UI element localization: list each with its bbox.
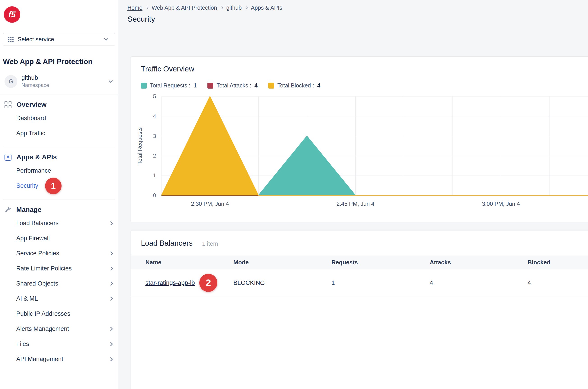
breadcrumb-item-apps-apis: Apps & APIs [251,4,282,11]
sidebar-item-label: Performance [16,167,51,174]
breadcrumb: Home Web App & API Protection github App… [127,4,588,11]
sidebar-item-label: API Management [16,356,63,363]
chart-plot-area [162,97,588,196]
chevron-right-icon [109,266,113,270]
load-balancers-count: 1 item [202,240,218,247]
traffic-overview-card: Traffic Overview Total Requests : 1 Tota… [131,56,588,222]
load-balancers-header: Load Balancers 1 item [141,239,588,247]
sidebar-item-label: Load Balancers [16,220,59,227]
legend-total-blocked[interactable]: Total Blocked : 4 [268,82,320,89]
y-tick-label: 4 [131,113,156,119]
sidebar-item-label: Shared Objects [16,280,58,287]
sidebar-item-service-policies[interactable]: Service Policies [16,246,115,261]
breadcrumb-separator-icon [245,6,248,9]
chevron-right-icon [109,297,113,301]
sidebar-item-rate-limiter-policies[interactable]: Rate Limiter Policies [16,261,115,276]
select-service-dropdown[interactable]: Select service [3,33,115,46]
namespace-label: Namespace [21,82,49,88]
sidebar-item-files[interactable]: Files [16,336,115,352]
sidebar-item-label: Security [16,182,38,189]
sidebar-item-public-ip-addresses[interactable]: Public IP Addresses [16,306,115,321]
load-balancer-link[interactable]: star-ratings-app-lb [145,279,195,287]
y-axis-title: Total Requests [137,97,143,195]
main-content: Home Web App & API Protection github App… [118,0,588,389]
cell-requests: 1 [331,279,430,287]
overview-icon [4,101,11,108]
sidebar-divider [3,199,115,199]
namespace-text: github Namespace [21,74,49,88]
sidebar-item-shared-objects[interactable]: Shared Objects [16,276,115,291]
sidebar-item-label: Files [16,341,29,348]
sidebar-item-security[interactable]: Security 1 [16,178,115,193]
traffic-overview-title: Traffic Overview [141,65,588,73]
page-title: Security [127,15,588,23]
legend-swatch-icon [207,83,213,89]
sidebar-item-ai-ml[interactable]: AI & ML [16,291,115,306]
chevron-right-icon [109,282,113,286]
traffic-chart: Total Requests 0123452:30 PM, Jun 42:45 … [131,97,588,216]
legend-total-requests[interactable]: Total Requests : 1 [141,82,196,89]
table-header-row: Name Mode Requests Attacks Blocked [131,256,588,269]
sidebar-divider [0,94,118,95]
chart-legend: Total Requests : 1 Total Attacks : 4 Tot… [141,82,588,89]
sidebar-item-app-traffic[interactable]: App Traffic [16,126,115,141]
legend-value: 4 [317,82,320,89]
breadcrumb-item-github[interactable]: github [226,4,242,11]
y-tick-label: 1 [131,172,156,179]
column-header-attacks: Attacks [430,259,527,266]
namespace-selector[interactable]: G github Namespace [4,74,115,88]
series-area-total-blocked [162,97,588,195]
cell-blocked: 4 [527,279,588,287]
section-manage[interactable]: Manage [4,206,115,213]
legend-value: 4 [254,82,258,89]
legend-swatch-icon [141,83,147,89]
sidebar-item-load-balancers[interactable]: Load Balancers [16,216,115,231]
chevron-right-icon [109,251,113,255]
sidebar-item-app-firewall[interactable]: App Firewall [16,231,115,246]
product-title: Web App & API Protection [3,58,115,66]
x-tick-label: 2:45 PM, Jun 4 [322,201,389,207]
legend-value: 1 [194,82,196,89]
sidebar-item-api-management[interactable]: API Management [16,352,115,367]
section-apps-apis-title: Apps & APIs [16,153,57,161]
f5-logo-text: f5 [8,10,16,19]
section-apps-apis[interactable]: Apps & APIs [4,153,115,161]
legend-swatch-icon [268,83,274,89]
sidebar: f5 Select service Web App & API Protecti… [0,0,118,389]
cell-attacks: 4 [430,279,527,287]
sidebar-item-dashboard[interactable]: Dashboard [16,111,115,126]
sidebar-nav: Overview Dashboard App Traffic Apps & AP… [0,101,118,367]
sidebar-divider [3,147,115,147]
y-tick-label: 0 [131,192,156,198]
app-window: f5 Select service Web App & API Protecti… [0,0,588,389]
namespace-avatar: G [4,75,17,88]
sidebar-item-label: Rate Limiter Policies [16,265,72,272]
sidebar-item-label: AI & ML [16,295,38,302]
breadcrumb-separator-icon [220,6,223,9]
sidebar-item-alerts-management[interactable]: Alerts Management [16,321,115,336]
x-tick-label: 2:30 PM, Jun 4 [176,201,244,207]
column-header-mode: Mode [233,259,331,266]
column-header-name: Name [145,259,233,266]
breadcrumb-item-waap[interactable]: Web App & API Protection [152,4,217,11]
sidebar-item-label: Service Policies [16,250,59,257]
sidebar-item-performance[interactable]: Performance [16,163,115,178]
f5-logo[interactable]: f5 [4,6,20,23]
sidebar-item-label: App Firewall [16,235,50,242]
legend-total-attacks[interactable]: Total Attacks : 4 [207,82,258,89]
sidebar-item-label: Public IP Addresses [16,310,70,317]
cell-name: star-ratings-app-lb 2 [145,274,233,292]
app-grid-icon [8,36,14,43]
section-overview[interactable]: Overview [4,101,115,108]
chevron-right-icon [109,327,113,331]
sidebar-item-label: Alerts Management [16,325,69,332]
series-area-total-requests [258,136,588,195]
y-tick-label: 5 [131,93,156,100]
legend-label: Total Blocked : [277,82,314,89]
y-tick-label: 3 [131,133,156,139]
section-manage-title: Manage [16,206,41,213]
breadcrumb-separator-icon [146,6,149,9]
chevron-right-icon [109,221,113,225]
column-header-requests: Requests [331,259,430,266]
breadcrumb-home-link[interactable]: Home [127,4,142,11]
